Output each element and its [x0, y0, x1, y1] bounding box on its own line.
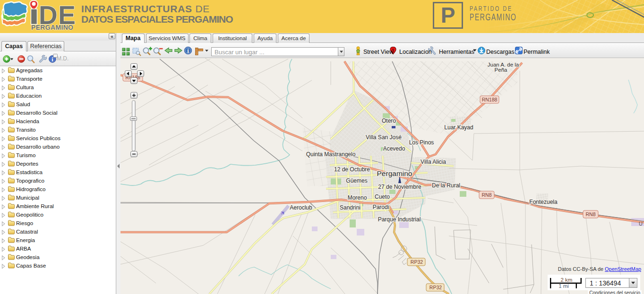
svg-text:Aeroclub: Aeroclub [290, 204, 312, 211]
svg-text:Parodi: Parodi [373, 204, 389, 210]
svg-text:Güemes: Güemes [346, 177, 367, 184]
svg-text:Sandrini: Sandrini [340, 204, 361, 211]
svg-text:Pergamino: Pergamino [377, 169, 412, 177]
svg-text:Los Pinos: Los Pinos [409, 139, 434, 146]
svg-text:Villa Alicia: Villa Alicia [421, 159, 446, 165]
svg-text:Otero: Otero [382, 118, 396, 124]
svg-text:Luar Kayad: Luar Kayad [444, 124, 473, 131]
svg-text:U: U [639, 221, 643, 227]
svg-text:RP32: RP32 [411, 259, 423, 265]
svg-text:RN8: RN8 [585, 211, 595, 217]
svg-text:Moreno: Moreno [348, 194, 367, 201]
svg-text:Parque Industrial: Parque Industrial [378, 216, 421, 223]
svg-text:RP32: RP32 [429, 285, 442, 290]
svg-text:Acevedo: Acevedo [383, 145, 405, 152]
svg-text:Fontezuela: Fontezuela [529, 199, 558, 205]
svg-text:Quinta Mastrangelo: Quinta Mastrangelo [306, 151, 356, 158]
svg-text:2 km: 2 km [561, 277, 573, 283]
svg-text:12 de Octubre: 12 de Octubre [334, 166, 370, 173]
svg-text:PERGAMINO: PERGAMINO [31, 24, 73, 31]
svg-text:Villa San José: Villa San José [366, 134, 402, 141]
svg-text:RN8: RN8 [481, 192, 491, 198]
svg-text:27 de Noviembre: 27 de Noviembre [378, 184, 421, 190]
svg-text:De la Rural: De la Rural [432, 182, 460, 189]
svg-text:i: i [187, 48, 189, 54]
svg-text:1 mi: 1 mi [558, 283, 569, 289]
svg-text:Cueto: Cueto [375, 193, 390, 200]
svg-text:RN188: RN188 [482, 97, 498, 102]
svg-text:Peña: Peña [495, 67, 507, 73]
